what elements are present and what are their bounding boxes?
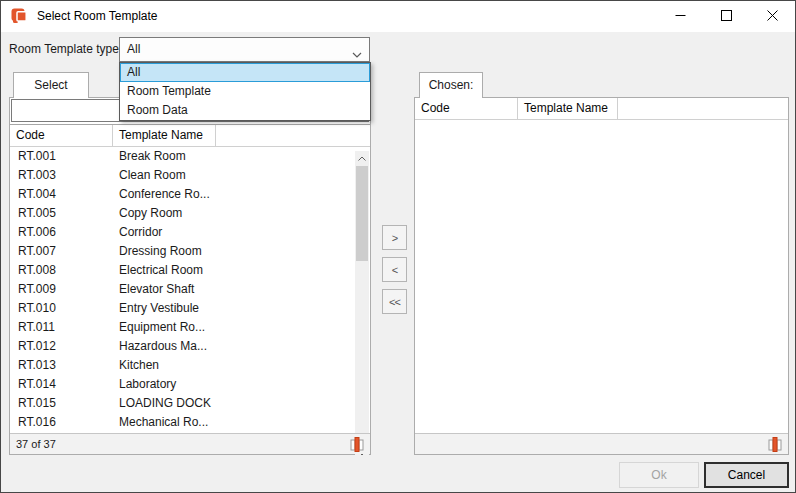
columns-report-icon[interactable]: [350, 436, 364, 459]
combobox-value: All: [127, 38, 140, 61]
table-row[interactable]: RT.001Break Room: [10, 147, 370, 166]
cell-template-name: Copy Room: [113, 204, 370, 223]
cell-template-name: Entry Vestibule: [113, 299, 370, 318]
tab-select[interactable]: Select: [13, 72, 89, 98]
close-icon: [767, 9, 778, 24]
cell-template-name: Clean Room: [113, 166, 370, 185]
cell-code: RT.016: [10, 413, 113, 432]
table-row[interactable]: RT.007Dressing Room: [10, 242, 370, 261]
table-row[interactable]: RT.005Copy Room: [10, 204, 370, 223]
table-row[interactable]: RT.011Equipment Ro...: [10, 318, 370, 337]
column-header-code[interactable]: Code: [415, 98, 518, 119]
table-row[interactable]: RT.008Electrical Room: [10, 261, 370, 280]
chevron-down-icon: [352, 47, 362, 61]
table-header[interactable]: Code Template Name: [415, 98, 788, 120]
cell-template-name: Kitchen: [113, 356, 370, 375]
chosen-panel: Code Template Name: [414, 97, 789, 455]
app-icon: [11, 8, 29, 25]
chosen-templates-table: Code Template Name: [415, 98, 788, 433]
table-row[interactable]: RT.003Clean Room: [10, 166, 370, 185]
cell-code: RT.010: [10, 299, 113, 318]
cell-code: RT.007: [10, 242, 113, 261]
cell-code: RT.006: [10, 223, 113, 242]
cell-template-name: Conference Ro...: [113, 185, 370, 204]
maximize-button[interactable]: [703, 1, 749, 32]
cell-template-name: Elevator Shaft: [113, 280, 370, 299]
close-button[interactable]: [749, 1, 795, 32]
left-panel-footer: 37 of 37: [10, 433, 370, 454]
remove-all-button[interactable]: <<: [382, 289, 407, 314]
room-template-type-dropdown: AllRoom TemplateRoom Data: [119, 62, 371, 121]
scrollbar-thumb[interactable]: [356, 166, 368, 261]
column-header-template-name[interactable]: Template Name: [518, 98, 618, 119]
column-header-filler: [216, 125, 370, 146]
table-row[interactable]: RT.012Hazardous Ma...: [10, 337, 370, 356]
tab-chosen[interactable]: Chosen:: [419, 72, 483, 98]
cell-code: RT.012: [10, 337, 113, 356]
cell-template-name: Laboratory: [113, 375, 370, 394]
cell-code: RT.004: [10, 185, 113, 204]
titlebar[interactable]: Select Room Template: [1, 1, 795, 32]
cell-code: RT.011: [10, 318, 113, 337]
cell-template-name: Mechanical Ro...: [113, 413, 370, 432]
cell-code: RT.001: [10, 147, 113, 166]
column-header-template-name[interactable]: Template Name: [113, 125, 216, 146]
select-room-template-dialog: Select Room Template Room Template type …: [0, 0, 796, 493]
table-row[interactable]: RT.006Corridor: [10, 223, 370, 242]
scroll-up-icon[interactable]: [355, 151, 369, 165]
window-title: Select Room Template: [37, 1, 158, 32]
cell-code: RT.013: [10, 356, 113, 375]
dropdown-option-room-data[interactable]: Room Data: [120, 101, 370, 120]
minimize-button[interactable]: [657, 1, 703, 32]
column-header-code[interactable]: Code: [10, 125, 113, 146]
room-template-type-label: Room Template type: [9, 37, 119, 62]
dropdown-option-room-template[interactable]: Room Template: [120, 82, 370, 101]
cell-template-name: Dressing Room: [113, 242, 370, 261]
column-header-filler: [618, 98, 788, 119]
add-button[interactable]: >: [382, 225, 407, 250]
minimize-icon: [675, 9, 686, 24]
table-row[interactable]: RT.014Laboratory: [10, 375, 370, 394]
cancel-button[interactable]: Cancel: [704, 462, 789, 488]
select-panel: Code Template Name RT.001Break RoomRT.00…: [9, 97, 371, 455]
cell-code: RT.003: [10, 166, 113, 185]
maximize-icon: [721, 9, 732, 24]
table-body: RT.001Break RoomRT.003Clean RoomRT.004Co…: [10, 147, 370, 432]
table-row[interactable]: RT.015LOADING DOCK: [10, 394, 370, 413]
window-controls: [657, 1, 795, 32]
remove-button[interactable]: <: [382, 257, 407, 282]
ok-button[interactable]: Ok: [619, 462, 699, 488]
cell-template-name: Hazardous Ma...: [113, 337, 370, 356]
cell-code: RT.005: [10, 204, 113, 223]
table-row[interactable]: RT.010Entry Vestibule: [10, 299, 370, 318]
cell-template-name: Electrical Room: [113, 261, 370, 280]
room-template-type-combobox[interactable]: All: [119, 37, 370, 62]
cell-template-name: Corridor: [113, 223, 370, 242]
cell-template-name: LOADING DOCK: [113, 394, 370, 413]
right-panel-footer: [415, 433, 788, 454]
row-count: 37 of 37: [16, 438, 56, 450]
cell-code: RT.009: [10, 280, 113, 299]
cell-template-name: Break Room: [113, 147, 370, 166]
cell-code: RT.014: [10, 375, 113, 394]
cell-code: RT.008: [10, 261, 113, 280]
columns-report-icon[interactable]: [768, 436, 782, 459]
vertical-scrollbar[interactable]: [355, 151, 369, 460]
cell-code: RT.015: [10, 394, 113, 413]
cell-template-name: Equipment Ro...: [113, 318, 370, 337]
table-header[interactable]: Code Template Name: [10, 125, 370, 147]
table-row[interactable]: RT.016Mechanical Ro...: [10, 413, 370, 432]
table-row[interactable]: RT.013Kitchen: [10, 356, 370, 375]
available-templates-table: Code Template Name RT.001Break RoomRT.00…: [10, 124, 370, 433]
dropdown-option-all[interactable]: All: [120, 63, 370, 82]
table-row[interactable]: RT.004Conference Ro...: [10, 185, 370, 204]
table-row[interactable]: RT.009Elevator Shaft: [10, 280, 370, 299]
